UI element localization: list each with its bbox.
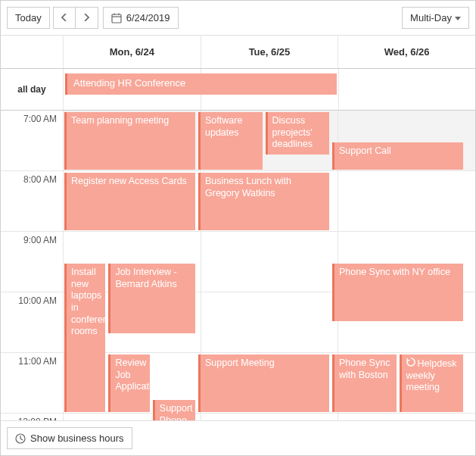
columns-header: Mon, 6/24 Tue, 6/25 Wed, 6/26 (1, 36, 475, 69)
next-button[interactable] (76, 7, 98, 29)
event-title: Support Meeting (205, 358, 275, 368)
event-title: Software updates (205, 115, 242, 138)
event[interactable]: Phone Sync with NY office (332, 264, 463, 321)
time-cell[interactable] (201, 414, 338, 420)
prev-button[interactable] (53, 7, 76, 29)
recurrence-icon (406, 358, 415, 370)
event[interactable]: Discuss preojects' deadlines (266, 112, 330, 155)
scheduler-root: Today 6/24/2019 Multi-Day (0, 0, 476, 456)
toolbar: Today 6/24/2019 Multi-Day (1, 1, 475, 36)
event[interactable]: Support Phone (153, 400, 195, 420)
time-label: 12:00 PM (1, 414, 63, 420)
view-label: Multi-Day (410, 12, 452, 23)
event[interactable]: Job Interview - Bernard Atkins (108, 264, 195, 333)
header-spacer (1, 36, 63, 68)
event-title: Support Call (339, 145, 391, 156)
allday-row: all day Attending HR Conference (1, 69, 475, 111)
time-cell[interactable] (338, 171, 475, 232)
event-title: Install new laptops in conference rooms (71, 267, 105, 336)
event[interactable]: Review Job Applications (108, 354, 149, 412)
view-selector[interactable]: Multi-Day (402, 7, 469, 29)
allday-label: all day (1, 69, 63, 110)
footer: Show business hours (1, 420, 475, 455)
allday-cell-wed[interactable] (338, 69, 475, 110)
event[interactable]: Team planning meeting (64, 112, 195, 170)
col-header-mon[interactable]: Mon, 6/24 (63, 36, 201, 68)
col-header-tue[interactable]: Tue, 6/25 (201, 36, 338, 68)
event-title: Support Phone (160, 403, 193, 420)
event-title: Job Interview - Bernard Atkins (115, 267, 176, 289)
time-grid: 7:00 AM8:00 AM9:00 AM10:00 AM11:00 AM12:… (1, 111, 475, 420)
allday-event[interactable]: Attending HR Conference (65, 73, 337, 95)
time-label: 8:00 AM (1, 171, 63, 232)
event[interactable]: Phone Sync with Boston (332, 354, 397, 412)
event[interactable]: Register new Access Cards (64, 173, 195, 230)
allday-body: Attending HR Conference (63, 69, 475, 110)
show-business-hours-button[interactable]: Show business hours (7, 427, 132, 449)
time-label: 9:00 AM (1, 232, 63, 292)
chevron-left-icon (61, 12, 67, 23)
event-title: Phone Sync with NY office (339, 267, 450, 277)
event-title: Team planning meeting (71, 115, 169, 126)
event[interactable]: Support Meeting (198, 354, 329, 412)
event[interactable]: Helpdesk weekly meeting (400, 354, 464, 412)
event[interactable]: Install new laptops in conference rooms (64, 264, 105, 412)
date-text: 6/24/2019 (126, 12, 170, 23)
event[interactable]: Business Lunch with Gregory Watkins (198, 173, 329, 230)
chevron-down-icon (455, 12, 461, 23)
timeslot-row: 12:00 PM (1, 414, 475, 420)
business-hours-label: Show business hours (30, 433, 124, 444)
time-label: 10:00 AM (1, 292, 63, 353)
time-cell[interactable] (201, 292, 338, 353)
calendar-icon (111, 13, 122, 23)
col-header-wed[interactable]: Wed, 6/26 (338, 36, 475, 68)
event-title: Review Job Applications (115, 358, 149, 392)
nav-group (53, 7, 98, 29)
svg-rect-0 (112, 14, 121, 23)
event-title: Discuss preojects' deadlines (272, 115, 313, 149)
today-button[interactable]: Today (7, 7, 50, 29)
event-title: Business Lunch with Gregory Watkins (205, 176, 291, 198)
event-title: Phone Sync with Boston (339, 358, 390, 380)
time-grid-scroll[interactable]: 7:00 AM8:00 AM9:00 AM10:00 AM11:00 AM12:… (1, 111, 475, 420)
time-label: 11:00 AM (1, 353, 63, 414)
time-cell[interactable] (201, 232, 338, 292)
chevron-right-icon (83, 12, 89, 23)
event[interactable]: Software updates (198, 112, 263, 170)
clock-icon (15, 433, 26, 444)
date-picker[interactable]: 6/24/2019 (103, 7, 179, 29)
event-title: Register new Access Cards (71, 176, 187, 186)
time-cell[interactable] (338, 414, 475, 420)
time-label: 7:00 AM (1, 111, 63, 171)
event[interactable]: Support Call (332, 142, 463, 170)
